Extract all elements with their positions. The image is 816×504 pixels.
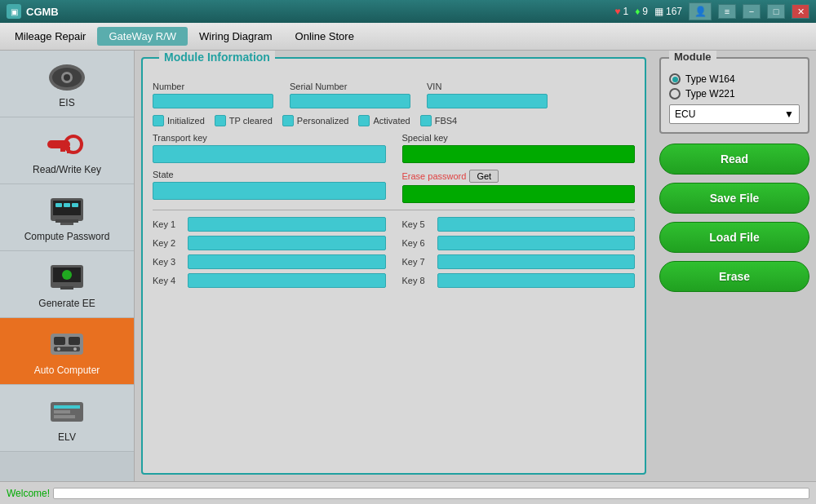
svg-rect-27	[54, 410, 70, 413]
checkbox-personalized[interactable]: Personalized	[282, 115, 349, 126]
key2-input[interactable]	[188, 236, 386, 250]
radio-type-w164[interactable]: Type W164	[669, 73, 800, 85]
svg-point-3	[64, 74, 70, 81]
svg-rect-20	[54, 337, 65, 345]
key-row-2: Key 2	[153, 236, 386, 250]
eis-icon	[45, 59, 90, 95]
key6-input[interactable]	[437, 236, 636, 250]
svg-rect-11	[60, 223, 73, 225]
serial-input[interactable]	[290, 94, 410, 108]
key1-input[interactable]	[188, 217, 386, 232]
sidebar-item-elv[interactable]: ELV	[0, 385, 134, 452]
key-row-1: Key 1	[153, 217, 386, 232]
number-label: Number	[153, 82, 273, 91]
sidebar-item-compute-password[interactable]: Compute Password	[0, 184, 134, 251]
sidebar-item-generate-ee[interactable]: Generate EE	[0, 251, 134, 318]
stat-hearts: ♥ 1	[614, 6, 628, 17]
special-key-input[interactable]	[402, 145, 636, 163]
serial-field-group: Serial Number	[290, 82, 410, 108]
module-box: Module Type W164 Type W221 ECU ▼	[659, 57, 809, 134]
menu-mileage-repair[interactable]: Mileage Repair	[3, 27, 97, 46]
read-button[interactable]: Read	[659, 144, 809, 175]
sidebar: EIS Read/Write Key	[0, 51, 135, 481]
erase-password-input[interactable]	[402, 185, 636, 203]
svg-point-17	[62, 270, 72, 280]
sidebar-item-readwrite-label: Read/Write Key	[33, 164, 101, 175]
state-label: State	[153, 170, 386, 179]
checkbox-initialized[interactable]: Initialized	[153, 115, 205, 126]
titlebar: ▣ CGMB ♥ 1 ♦ 9 ▦ 167 👤 ≡ − □ ✕	[0, 0, 816, 23]
key8-label: Key 8	[402, 276, 431, 285]
key3-label: Key 3	[153, 257, 181, 267]
status-text: Welcome!	[7, 488, 50, 499]
two-col-section: Transport key State Special key Erase pa…	[153, 133, 635, 203]
titlebar-controls: ♥ 1 ♦ 9 ▦ 167 👤 ≡ − □ ✕	[614, 2, 809, 20]
app-title: CGMB	[26, 6, 614, 18]
select-arrow-icon: ▼	[784, 108, 794, 120]
heart-red-icon: ♥	[614, 6, 620, 17]
key-row-3: Key 3	[153, 254, 386, 269]
key-row-4: Key 4	[153, 273, 386, 288]
sidebar-item-auto-computer[interactable]: Auto Computer	[0, 318, 134, 385]
app-icon: ▣	[7, 4, 21, 19]
get-button[interactable]: Get	[469, 170, 499, 183]
number-input[interactable]	[153, 94, 273, 108]
close-button[interactable]: ✕	[792, 4, 809, 19]
vin-field-group: VIN	[427, 82, 548, 108]
checkbox-tp-cleared[interactable]: TP cleared	[215, 115, 273, 126]
sidebar-item-eis-label: EIS	[59, 97, 74, 108]
activated-checkbox[interactable]	[358, 115, 370, 126]
sidebar-item-autocomp-label: Auto Computer	[34, 365, 100, 376]
radio-w221-label: Type W221	[685, 88, 735, 99]
sidebar-item-readwrite-key[interactable]: Read/Write Key	[0, 117, 134, 184]
statusbar: Welcome!	[0, 481, 816, 504]
vin-label: VIN	[427, 82, 548, 91]
state-input[interactable]	[153, 182, 386, 200]
svg-rect-21	[69, 337, 80, 345]
menu-online-store[interactable]: Online Store	[284, 27, 366, 46]
radio-w221-dot[interactable]	[669, 88, 681, 99]
sidebar-item-compute-label: Compute Password	[24, 231, 110, 242]
menu-gateway-rw[interactable]: GateWay R/W	[97, 27, 188, 46]
checkbox-activated[interactable]: Activated	[358, 115, 410, 126]
key8-input[interactable]	[437, 273, 636, 288]
svg-rect-9	[53, 201, 81, 215]
checkbox-fbs4[interactable]: FBS4	[420, 115, 458, 126]
key6-label: Key 6	[402, 238, 431, 248]
main-content: EIS Read/Write Key	[0, 51, 816, 481]
key7-input[interactable]	[437, 254, 636, 269]
autocomp-icon	[45, 326, 90, 363]
svg-rect-28	[54, 415, 75, 418]
stat2-value: 9	[642, 6, 648, 17]
stat-diamonds: ♦ 9	[635, 6, 648, 17]
tp-cleared-checkbox[interactable]	[215, 115, 226, 126]
module-info-box: Module Information Number Serial Number …	[141, 57, 646, 475]
radio-w164-label: Type W164	[685, 73, 735, 85]
personalized-checkbox[interactable]	[282, 115, 294, 126]
avatar[interactable]: 👤	[689, 2, 712, 20]
erase-button[interactable]: Erase	[659, 261, 809, 292]
key3-input[interactable]	[188, 254, 386, 269]
key4-input[interactable]	[188, 273, 386, 288]
maximize-button[interactable]: □	[767, 4, 785, 19]
sidebar-item-eis[interactable]: EIS	[0, 51, 134, 117]
ecu-select[interactable]: ECU ▼	[669, 104, 800, 124]
load-file-button[interactable]: Load File	[659, 222, 809, 253]
minimize-button[interactable]: −	[743, 4, 761, 19]
activated-label: Activated	[373, 116, 410, 126]
menu-button[interactable]: ≡	[718, 4, 736, 19]
compute-icon	[45, 192, 90, 229]
menu-wiring-diagram[interactable]: Wiring Diagram	[188, 27, 284, 46]
fbs4-checkbox[interactable]	[420, 115, 432, 126]
svg-rect-18	[60, 286, 73, 290]
radio-type-w221[interactable]: Type W221	[669, 88, 800, 99]
vin-input[interactable]	[427, 94, 548, 108]
personalized-label: Personalized	[297, 116, 349, 126]
key5-input[interactable]	[437, 217, 636, 232]
module-box-title: Module	[669, 51, 716, 63]
transport-key-input[interactable]	[153, 145, 386, 163]
key-icon	[45, 126, 90, 162]
initialized-checkbox[interactable]	[153, 115, 164, 126]
radio-w164-dot[interactable]	[669, 73, 681, 85]
save-file-button[interactable]: Save File	[659, 183, 809, 214]
